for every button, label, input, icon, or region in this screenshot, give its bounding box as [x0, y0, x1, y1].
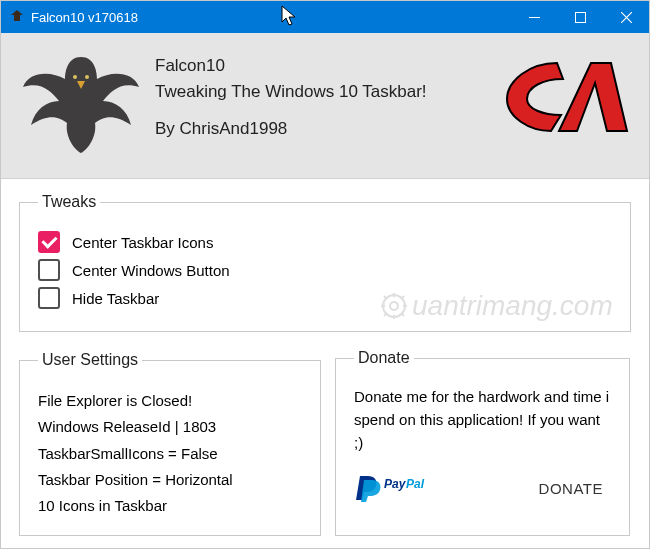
paypal-icon: Pay Pal: [354, 474, 428, 502]
user-setting-line: TaskbarSmallIcons = False: [38, 441, 302, 467]
tweaks-legend: Tweaks: [38, 193, 100, 211]
app-byline: By ChrisAnd1998: [155, 116, 499, 142]
user-setting-line: Windows ReleaseId | 1803: [38, 414, 302, 440]
svg-point-2: [73, 75, 77, 79]
body: Tweaks Center Taskbar Icons Center Windo…: [1, 179, 649, 548]
header-text: Falcon10 Tweaking The Windows 10 Taskbar…: [155, 51, 499, 142]
eagle-icon: [21, 51, 141, 156]
svg-point-3: [85, 75, 89, 79]
user-settings-legend: User Settings: [38, 346, 142, 374]
center-windows-button-checkbox[interactable]: [38, 259, 60, 281]
user-setting-line: File Explorer is Closed!: [38, 388, 302, 414]
app-name: Falcon10: [155, 53, 499, 79]
tweak-label: Center Windows Button: [72, 262, 230, 279]
window-title: Falcon10 v170618: [31, 10, 511, 25]
minimize-button[interactable]: [511, 1, 557, 33]
user-settings-group: User Settings File Explorer is Closed! W…: [19, 346, 321, 536]
tweak-label: Center Taskbar Icons: [72, 234, 213, 251]
user-setting-line: Taskbar Position = Horizontal: [38, 467, 302, 493]
tweaks-group: Tweaks Center Taskbar Icons Center Windo…: [19, 193, 631, 332]
app-tagline: Tweaking The Windows 10 Taskbar!: [155, 79, 499, 105]
svg-text:Pal: Pal: [406, 477, 425, 491]
user-setting-line: 10 Icons in Taskbar: [38, 493, 302, 519]
maximize-button[interactable]: [557, 1, 603, 33]
donate-group: Donate Donate me for the hardwork and ti…: [335, 346, 630, 536]
donate-button[interactable]: DONATE: [531, 471, 611, 506]
ca-logo-icon: [499, 57, 629, 137]
close-button[interactable]: [603, 1, 649, 33]
app-icon: [9, 9, 25, 25]
donate-row: Pay Pal DONATE: [354, 471, 611, 506]
titlebar: Falcon10 v170618: [1, 1, 649, 33]
svg-rect-1: [575, 12, 585, 22]
center-taskbar-icons-checkbox[interactable]: [38, 231, 60, 253]
donate-legend: Donate: [354, 346, 414, 371]
tweak-row: Hide Taskbar: [38, 287, 612, 309]
hide-taskbar-checkbox[interactable]: [38, 287, 60, 309]
tweak-row: Center Windows Button: [38, 259, 612, 281]
tweak-label: Hide Taskbar: [72, 290, 159, 307]
donate-text: Donate me for the hardwork and time i sp…: [354, 385, 611, 455]
tweak-row: Center Taskbar Icons: [38, 231, 612, 253]
svg-rect-0: [529, 17, 540, 18]
header: Falcon10 Tweaking The Windows 10 Taskbar…: [1, 33, 649, 179]
svg-text:Pay: Pay: [384, 477, 407, 491]
